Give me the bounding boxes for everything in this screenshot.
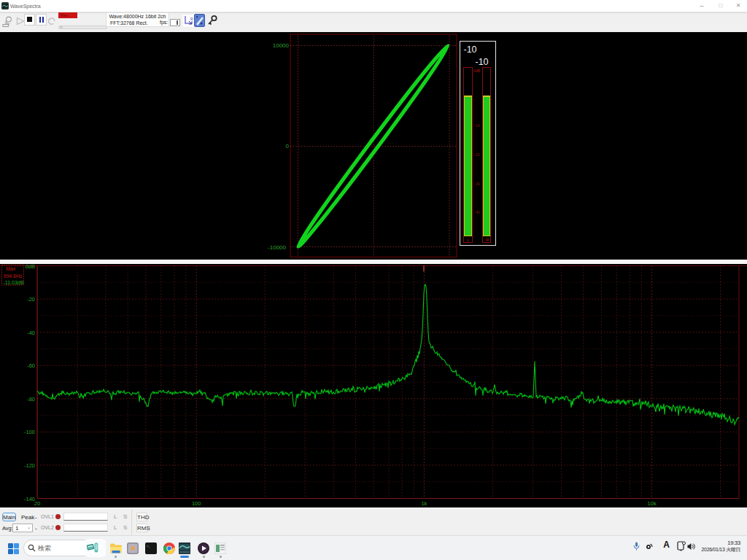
svg-text:-11.03dB: -11.03dB <box>4 280 24 285</box>
svg-text:1k: 1k <box>421 500 427 507</box>
svg-text:-80: -80 <box>27 396 35 402</box>
svg-text:-120: -120 <box>24 462 35 469</box>
svg-text:-40: -40 <box>27 330 35 336</box>
svg-text:-100: -100 <box>24 429 35 435</box>
svg-text:-60: -60 <box>27 362 35 369</box>
svg-text:-140: -140 <box>24 496 35 502</box>
svg-text:>_: >_ <box>147 545 150 548</box>
svg-text:100: 100 <box>192 500 201 507</box>
svg-text:20: 20 <box>34 500 40 507</box>
svg-text:10k: 10k <box>648 500 657 507</box>
svg-text:Max: Max <box>6 266 16 271</box>
svg-text:-20: -20 <box>27 296 35 303</box>
svg-text:994.6Hz: 994.6Hz <box>4 273 23 279</box>
svg-text:0dB: 0dB <box>26 264 35 270</box>
